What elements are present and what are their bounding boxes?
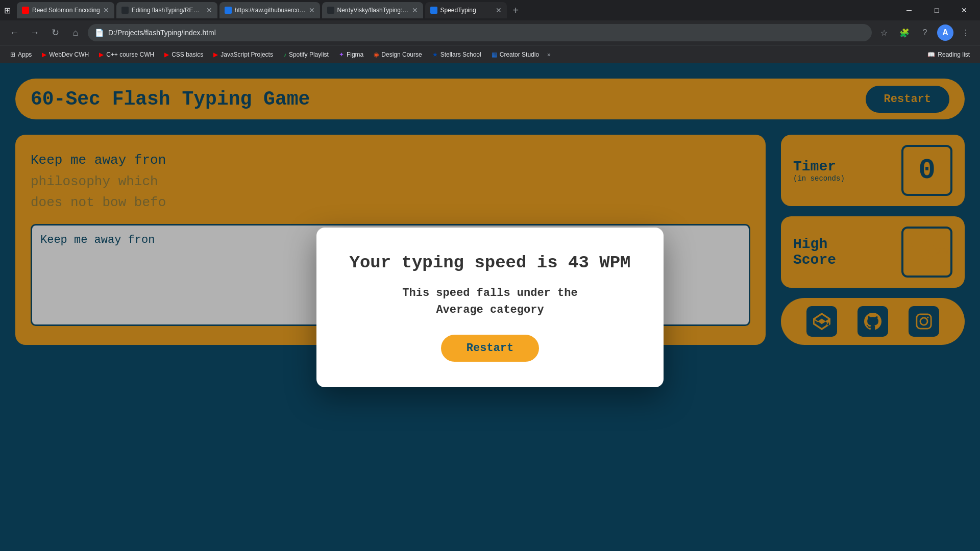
tab-close-button[interactable]: ✕ [103, 6, 109, 14]
bookmark-label: Spotify Playlist [289, 51, 329, 58]
close-button[interactable]: ✕ [952, 2, 976, 18]
bookmark-js-projects[interactable]: ▶ JavaScript Projects [209, 49, 277, 60]
app-container: 60-Sec Flash Typing Game Restart Keep me… [0, 63, 980, 551]
windows-icon: ⊞ [4, 6, 11, 15]
browser-toolbar: ← → ↻ ⌂ 📄 ☆ 🧩 ? A ⋮ [0, 20, 980, 45]
reading-list-icon: 📖 [927, 51, 935, 58]
bookmark-figma[interactable]: ✦ Figma [335, 49, 368, 60]
bookmark-star-button[interactable]: ☆ [876, 24, 892, 41]
address-bar[interactable] [88, 24, 872, 41]
tab-label: NerdyVisky/flashTyping: S… [337, 7, 409, 14]
bookmark-label: JavaScript Projects [220, 51, 273, 58]
bookmark-label: Apps [18, 51, 32, 58]
youtube-icon: ▶ [42, 51, 46, 58]
result-modal: Your typing speed is 43 WPM This speed f… [316, 228, 664, 387]
menu-button[interactable]: ⋮ [958, 24, 974, 41]
bookmark-label: Figma [347, 51, 363, 58]
youtube-icon: ▶ [164, 51, 169, 58]
creator-studio-icon: ▦ [492, 51, 497, 58]
tab-favicon [225, 7, 232, 14]
modal-overlay: Your typing speed is 43 WPM This speed f… [0, 63, 980, 551]
tab-label: SpeedTyping [440, 7, 476, 14]
window-controls: ─ □ ✕ [897, 2, 976, 18]
reload-button[interactable]: ↻ [47, 24, 63, 41]
tab-favicon [121, 7, 129, 14]
bookmark-label: Stellars School [440, 51, 481, 58]
home-button[interactable]: ⌂ [67, 24, 84, 41]
back-button[interactable]: ← [6, 24, 22, 41]
toolbar-right: ☆ 🧩 ? A ⋮ [876, 24, 974, 41]
bookmarks-bar: ⊞ Apps ▶ WebDev CWH ▶ C++ course CWH ▶ C… [0, 45, 980, 63]
bookmark-cpp-cwh[interactable]: ▶ C++ course CWH [95, 49, 158, 60]
tab-nerdy-visky[interactable]: NerdyVisky/flashTyping: S… ✕ [322, 2, 423, 18]
spotify-icon: ♪ [283, 51, 286, 58]
tab-label: Editing flashTyping/READ… [132, 7, 203, 14]
tab-raw-github[interactable]: https://raw.githubuserco… ✕ [219, 2, 320, 18]
tab-close-button[interactable]: ✕ [309, 6, 315, 14]
bookmark-label: C++ course CWH [106, 51, 154, 58]
bookmark-design-course[interactable]: ◉ Design Course [370, 49, 426, 60]
youtube-icon: ▶ [99, 51, 104, 58]
tab-favicon [327, 7, 334, 14]
tab-favicon [22, 7, 29, 14]
bookmark-spotify[interactable]: ♪ Spotify Playlist [279, 49, 333, 60]
minimize-button[interactable]: ─ [897, 2, 921, 18]
bookmark-stellars-school[interactable]: ★ Stellars School [428, 49, 485, 60]
tab-close-button[interactable]: ✕ [496, 6, 502, 14]
file-icon: 📄 [95, 29, 104, 37]
tab-reed-solomon[interactable]: Reed Solomon Encoding ✕ [17, 2, 114, 18]
tab-close-button[interactable]: ✕ [206, 6, 212, 14]
reading-list-button[interactable]: 📖 Reading list [923, 49, 974, 60]
youtube-icon: ▶ [213, 51, 218, 58]
bookmark-css-basics[interactable]: ▶ CSS basics [160, 49, 207, 60]
modal-subtitle: This speed falls under theAverage catego… [347, 285, 633, 318]
tab-favicon [430, 7, 437, 14]
apps-icon: ⊞ [10, 51, 15, 58]
chrome-extension-button[interactable]: 🧩 [896, 24, 913, 41]
tab-label: https://raw.githubuserco… [235, 7, 306, 14]
new-tab-button[interactable]: + [509, 3, 523, 18]
reading-list-label: Reading list [938, 51, 970, 58]
bookmark-label: Design Course [381, 51, 422, 58]
bookmark-label: Creator Studio [500, 51, 539, 58]
browser-titlebar: ⊞ Reed Solomon Encoding ✕ Editing flashT… [0, 0, 980, 20]
bookmark-apps[interactable]: ⊞ Apps [6, 49, 36, 60]
stellars-icon: ★ [432, 51, 438, 58]
design-course-icon: ◉ [374, 51, 379, 58]
bookmarks-more-button[interactable]: » [547, 51, 551, 58]
address-bar-wrap: 📄 [88, 24, 872, 41]
figma-icon: ✦ [339, 51, 344, 58]
bookmark-webdev-cwh[interactable]: ▶ WebDev CWH [38, 49, 93, 60]
modal-restart-button[interactable]: Restart [441, 335, 539, 362]
tab-github-edit[interactable]: Editing flashTyping/READ… ✕ [116, 2, 217, 18]
modal-title: Your typing speed is 43 WPM [347, 253, 633, 272]
tab-speed-typing[interactable]: SpeedTyping ✕ [425, 2, 507, 18]
tab-label: Reed Solomon Encoding [32, 7, 100, 14]
bookmark-label: WebDev CWH [49, 51, 89, 58]
forward-button[interactable]: → [27, 24, 43, 41]
maximize-button[interactable]: □ [925, 2, 948, 18]
bookmark-creator-studio[interactable]: ▦ Creator Studio [487, 49, 543, 60]
bookmark-label: CSS basics [172, 51, 203, 58]
account-button[interactable]: A [937, 24, 953, 41]
tab-close-button[interactable]: ✕ [412, 6, 418, 14]
help-button[interactable]: ? [917, 24, 933, 41]
